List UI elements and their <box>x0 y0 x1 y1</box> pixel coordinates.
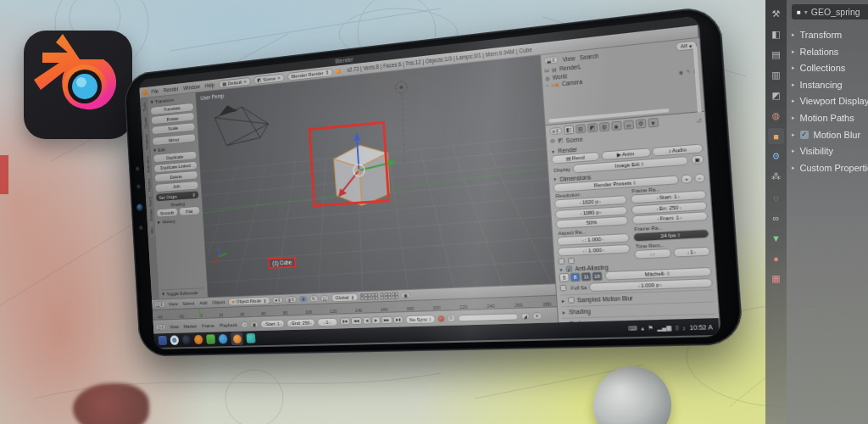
app-icon-twitter[interactable] <box>219 334 228 344</box>
volume-icon[interactable]: ♪ <box>682 324 686 331</box>
translate-manipulator-button[interactable]: ⊕ <box>299 296 308 303</box>
panel-motion-blur[interactable]: ▸✓Motion Blur <box>792 130 868 140</box>
aa-samples-8[interactable]: 8 <box>570 272 580 282</box>
tab-object-icon[interactable]: ■ <box>611 121 622 131</box>
tab-texture-icon[interactable]: ▦ <box>768 271 784 287</box>
panel-motion-paths[interactable]: ▸Motion Paths <box>792 113 868 123</box>
tab-particles-icon[interactable]: ⁂ <box>768 169 784 185</box>
tab-view-layer-icon[interactable]: ▥ <box>768 67 784 83</box>
tab-data-icon[interactable]: ▼ <box>768 230 784 246</box>
outliner-view-menu[interactable]: View <box>562 54 575 62</box>
expand-tray-icon[interactable]: ▴ <box>641 325 644 332</box>
shelf-tab[interactable]: Tools <box>142 100 147 114</box>
current-frame-field[interactable]: ‹1› <box>317 317 337 326</box>
aa-samples-11[interactable]: 11 <box>581 272 592 282</box>
time-old-field[interactable]: ‹› <box>634 248 671 259</box>
prev-keyframe-button[interactable]: ◀◀ <box>351 317 363 325</box>
tab-constraints-icon[interactable]: ∞ <box>768 209 784 226</box>
menu-item[interactable]: Help <box>203 81 216 88</box>
tab-render-icon[interactable]: ◧ <box>768 26 784 42</box>
frame-end-field[interactable]: ‹End: 250› <box>287 318 315 327</box>
tab-data-icon[interactable]: ▼ <box>648 118 659 128</box>
play-reverse-button[interactable]: ◀ <box>362 317 370 325</box>
visibility-eye-icon[interactable]: ◉ <box>678 69 683 75</box>
resize-corner-icon[interactable]: ◿ <box>696 115 701 122</box>
editor-type-selector[interactable]: ◫⇕ <box>154 301 165 308</box>
layer-buttons[interactable] <box>360 293 378 300</box>
keyboard-icon[interactable]: ⌨ <box>628 325 637 332</box>
crop-checkbox[interactable] <box>568 258 575 265</box>
display-extra-button[interactable]: ▣ <box>690 154 704 165</box>
menu-item[interactable]: Window <box>181 83 201 91</box>
panel-custom-properties[interactable]: ▸Custom Properties <box>792 163 868 173</box>
menu-item[interactable]: Object <box>210 299 226 304</box>
app-icon-android[interactable] <box>206 334 215 344</box>
sync-selector[interactable]: No Sync⇕ <box>406 315 436 324</box>
close-icon[interactable]: ✕ <box>243 79 247 84</box>
panel-visibility[interactable]: ▸Visibility <box>792 146 868 156</box>
next-keyframe-button[interactable]: ▶▶ <box>381 316 392 324</box>
shelf-tab[interactable]: Grease Pencil <box>147 194 153 224</box>
menu-item[interactable]: File <box>150 88 160 95</box>
tab-output-icon[interactable]: ▤ <box>768 47 784 63</box>
keying-set-field[interactable] <box>458 313 519 321</box>
time-new-field[interactable]: ‹1› <box>672 247 710 258</box>
aspect-y-field[interactable]: ‹: 1.000› <box>557 243 630 256</box>
motion-blur-checkbox[interactable] <box>568 297 575 304</box>
tab-constraints-icon[interactable]: ∞ <box>623 120 634 130</box>
menu-item[interactable]: View <box>167 301 179 306</box>
shading-selector[interactable]: ●⇕ <box>272 297 283 304</box>
editor-type-selector[interactable]: ≡⇕ <box>549 127 562 136</box>
collapse-icon[interactable]: ⊟ <box>544 67 549 74</box>
menu-item[interactable]: Playback <box>218 322 239 327</box>
selectability-icon[interactable]: ↖ <box>686 68 691 74</box>
panel-collections[interactable]: ▸Collections <box>792 63 868 73</box>
aa-samples-16[interactable]: 16 <box>592 271 603 281</box>
tab-physics-icon[interactable]: ◌ <box>768 189 784 205</box>
operator-panel-header[interactable]: ▼ Toggle Editmode <box>161 287 205 297</box>
scale-manipulator-button[interactable]: ◱ <box>320 295 330 302</box>
delete-key-icon[interactable]: ✕ <box>532 312 542 320</box>
tab-world-icon[interactable]: ◍ <box>768 108 784 124</box>
record-button[interactable] <box>437 315 444 321</box>
remove-preset-button[interactable]: − <box>693 173 705 183</box>
blender-menu-icon[interactable] <box>142 89 147 95</box>
viewport-3d[interactable]: User Persp (1) Cube <box>196 55 555 297</box>
editor-type-selector[interactable]: ⬓⇕ <box>543 56 558 64</box>
pivot-selector[interactable]: ◍⇕ <box>285 296 297 303</box>
app-icon-files[interactable] <box>158 336 167 345</box>
menu-item[interactable]: Marker <box>182 323 198 328</box>
shelf-tab[interactable]: Misc <box>149 225 154 237</box>
motion-blur-checkbox[interactable]: ✓ <box>800 131 809 139</box>
aa-samples-5[interactable]: 5 <box>559 273 570 282</box>
outliner-search-menu[interactable]: Search <box>580 52 599 60</box>
layer-buttons-2[interactable] <box>381 292 399 299</box>
panel-viewport-display[interactable]: ▸Viewport Display <box>792 96 868 106</box>
jump-start-button[interactable]: ▮◀ <box>340 317 351 325</box>
app-icon-sketch[interactable] <box>246 333 255 343</box>
shelf-tab[interactable]: Create <box>142 114 147 131</box>
rotate-manipulator-button[interactable]: ↻ <box>309 295 318 302</box>
tab-modifiers-icon[interactable]: ⚙ <box>768 148 784 165</box>
close-icon[interactable]: ✕ <box>277 75 281 80</box>
panel-transform[interactable]: ▸Transform <box>792 30 868 40</box>
menu-item[interactable]: Select <box>181 301 197 306</box>
add-preset-button[interactable]: + <box>681 174 693 184</box>
tab-render-icon[interactable]: ◧ <box>564 125 574 134</box>
lock-range-icon[interactable]: ▣ <box>250 321 259 327</box>
shelf-tab[interactable]: Physics <box>147 176 152 194</box>
tab-tool-icon[interactable]: ⚒ <box>768 6 784 22</box>
insert-key-icon[interactable]: ◢ <box>520 312 530 320</box>
orientation-selector[interactable]: Global ⇕ <box>331 293 359 302</box>
jump-end-button[interactable]: ▶▮ <box>392 315 403 323</box>
menu-item[interactable]: Render <box>162 86 180 93</box>
preview-range-icon[interactable]: ◔ <box>241 321 248 328</box>
tab-material-icon[interactable]: ● <box>768 250 784 266</box>
keying-set-icon[interactable]: ⚿ <box>447 314 456 321</box>
tab-world-icon[interactable]: ◍ <box>599 122 610 132</box>
panel-instancing[interactable]: ▸Instancing <box>792 80 868 90</box>
app-icon-blender-active[interactable] <box>231 332 243 346</box>
full-sample-checkbox[interactable] <box>559 285 566 292</box>
lock-icon[interactable]: ▣ <box>401 292 410 298</box>
panel-relations[interactable]: ▸Relations <box>792 47 868 57</box>
